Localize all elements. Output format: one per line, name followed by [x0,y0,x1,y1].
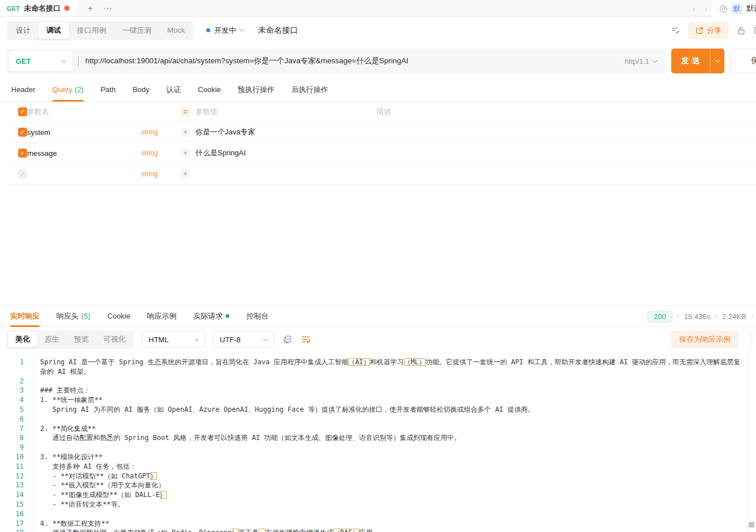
edit-note-icon[interactable] [671,26,680,35]
response-tab-响应头[interactable]: 响应头(5) [57,306,90,326]
line-content: 1. **统一抽象层** [33,395,756,405]
required-asterisk[interactable]: * [181,128,190,137]
more-tabs-icon[interactable]: ⋯ [103,4,112,13]
row-checkbox-cell: ✓ [7,149,27,158]
param-tab-label: 预执行操作 [238,85,275,95]
required-cell: * [181,169,195,178]
param-type-select[interactable]: string [141,149,181,157]
share-label: 分享 [707,25,722,36]
equals-icon[interactable]: = [181,107,190,116]
param-tab-label: Header [11,85,36,94]
param-tab-Cookie[interactable]: Cookie [198,78,220,101]
param-tab-后执行操作[interactable]: 后执行操作 [292,78,328,101]
code-text: 支持多种 AI 任务，包括： [40,463,137,470]
mode-tab-调试[interactable]: 调试 [38,22,69,39]
format-select[interactable]: HTML [142,331,205,348]
new-tab-icon[interactable]: + [88,4,93,13]
environment-settings-icon[interactable] [720,5,727,12]
param-tab-label: Body [133,85,150,94]
param-tab-预执行操作[interactable]: 预执行操作 [238,78,275,101]
response-tab-响应示例[interactable]: 响应示例 [147,306,176,326]
send-button[interactable]: 发送 [671,49,724,73]
status-code-badge: 200 [648,311,672,322]
response-tab-控制台[interactable]: 控制台 [246,306,268,326]
environment-selector[interactable]: 默 默认环境 [712,0,756,17]
view-tab-预览[interactable]: 预览 [67,332,96,347]
param-type-select[interactable]: string [141,128,181,136]
copy-icon[interactable] [283,335,292,344]
document-tab[interactable]: GET 未命名接口 [0,0,77,16]
row-checkbox[interactable]: ✓ [18,128,27,137]
line-number: 2 [0,377,33,386]
chevron-down-icon[interactable] [78,56,79,66]
response-tab-Cookie[interactable]: Cookie [107,306,130,326]
editor-scrollbar[interactable] [747,352,756,532]
param-value-input[interactable]: 你是一个Java专家 [195,127,376,137]
share-button[interactable]: 分享 [688,22,729,39]
line-content: 通过自动配置和熟悉的 Spring Boot 风格，开发者可以快速将 AI 功能… [33,433,756,443]
share-icon [696,27,703,34]
view-tab-美化[interactable]: 美化 [8,332,37,347]
param-tab-Body[interactable]: Body [133,78,150,101]
select-all-checkbox[interactable]: ✓ [18,107,27,116]
encoding-select-value: UTF-8 [220,335,241,344]
mode-tab-Mock[interactable]: Mock [159,23,193,38]
line-content [33,415,756,424]
wrap-lines-icon[interactable] [301,335,311,344]
required-asterisk[interactable]: * [181,149,190,158]
required-cell: * [181,149,195,158]
response-tab-实际请求[interactable]: 实际请求 [193,306,229,326]
param-tab-Path[interactable]: Path [101,78,116,101]
chevron-down-icon [653,58,657,62]
response-tab-实时响应[interactable]: 实时响应 [10,306,40,326]
send-options-caret[interactable] [710,49,724,73]
code-text: 和机器学习 [370,358,404,366]
response-tab-label: 响应示例 [147,311,176,321]
param-tab-Header[interactable]: Header [11,78,36,101]
code-text: 2. **简化集成** [40,425,96,433]
lock-icon[interactable] [737,26,746,35]
forward-icon[interactable]: › [700,4,712,14]
row-checkbox[interactable]: ✓ [18,149,27,158]
line-content: Spring AI 是一个基于 Spring 生态系统的开源项目，旨在简化在 J… [33,357,756,377]
save-button[interactable]: 保存 [730,49,756,73]
http-version-select[interactable]: http/1.1 [616,57,666,66]
param-type-select[interactable]: string [141,170,181,178]
param-name-input[interactable]: system [27,128,141,137]
dev-status-select[interactable]: 开发中 [206,25,244,36]
content-spacer [0,185,756,305]
editor-line: 8 通过自动配置和熟悉的 Spring Boot 风格，开发者可以快速将 AI … [0,433,756,443]
param-tab-认证[interactable]: 认证 [166,78,181,101]
back-icon[interactable]: ‹ [688,4,700,14]
response-body-editor[interactable]: 1Spring AI 是一个基于 Spring 生态系统的开源项目，旨在简化在 … [0,352,756,532]
mode-tab-一键压测[interactable]: 一键压测 [114,22,159,39]
status-dot-icon [206,28,210,32]
header-param-name: 参数名 [27,107,141,117]
scrollbar-thumb[interactable] [749,522,754,527]
encoding-select[interactable]: UTF-8 [213,331,274,348]
view-tab-原生[interactable]: 原生 [37,332,67,347]
save-response-example-button[interactable]: 保存为响应示例 [671,330,738,348]
line-number: 8 [0,433,33,443]
param-name-input[interactable]: message [27,149,141,158]
editor-line: 1Spring AI 是一个基于 Spring 生态系统的开源项目，旨在简化在 … [0,357,756,377]
param-value-input[interactable]: 什么是SpringAI [195,148,376,158]
mode-bar: 设计调试接口用例一键压测Mock 开发中 未命名接口 分享 [0,17,756,44]
bracket-highlight: ） [150,472,157,480]
mode-tab-设计[interactable]: 设计 [8,22,38,39]
view-tab-可视化[interactable]: 可视化 [96,332,133,347]
param-tab-label: 认证 [166,85,181,95]
apifox-window: GET 未命名接口 + ⋯ ‹ › 默 默认环境 设计调试接口用例一键压测Moc… [0,0,756,532]
code-text: 方便构建检索增强生成 [266,529,333,532]
editor-line: 6 [0,415,756,424]
layout-panel-icon[interactable] [754,26,756,35]
response-tab-label: 实时响应 [10,311,40,321]
response-status-meta: 20015.436s2.24KB [648,306,753,327]
mode-tab-接口用例[interactable]: 接口用例 [69,22,114,39]
row-checkbox[interactable]: ✓ [18,169,27,178]
required-asterisk[interactable]: * [181,169,190,178]
editor-line: 16 [0,509,756,519]
param-tab-Query[interactable]: Query(2) [53,78,84,101]
url-input[interactable]: http://localhost:19001/api/ai/chat/syste… [85,56,616,66]
method-select[interactable]: GET [9,51,72,71]
